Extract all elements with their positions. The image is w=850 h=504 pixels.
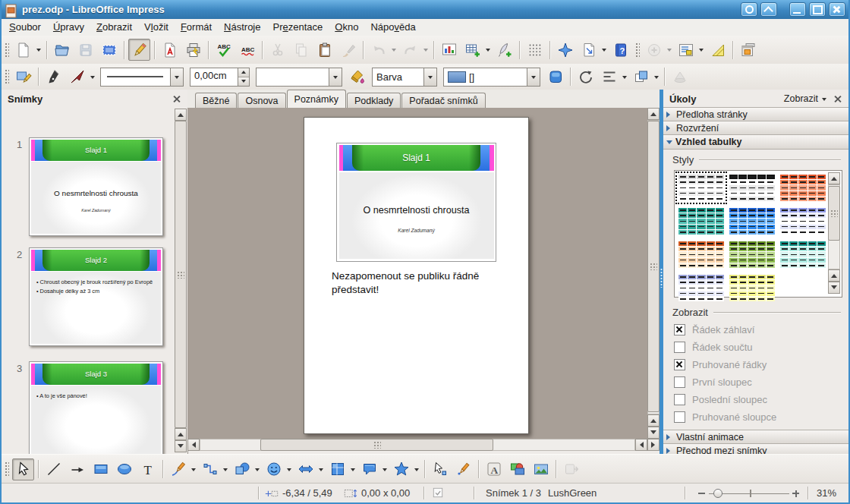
glue-points-button[interactable] bbox=[452, 458, 474, 480]
table-style-teal[interactable] bbox=[678, 208, 724, 235]
workspace-scroll-up2-button[interactable] bbox=[647, 414, 660, 427]
styles-scroll-up-button[interactable] bbox=[828, 172, 840, 184]
view-list-dropdown[interactable] bbox=[697, 39, 705, 60]
text-button[interactable]: T bbox=[137, 458, 159, 480]
toolbar-grip[interactable] bbox=[4, 42, 9, 58]
table-style-gray[interactable] bbox=[678, 175, 724, 201]
callouts-button[interactable] bbox=[358, 458, 380, 480]
fill-color-dropdown[interactable] bbox=[527, 68, 540, 86]
section-slide-transition[interactable]: Přechod mezi snímky bbox=[663, 443, 848, 454]
line-width-value[interactable]: 0,00cm bbox=[190, 68, 238, 86]
rectangle-button[interactable] bbox=[90, 458, 112, 480]
insert-table-dropdown[interactable] bbox=[483, 39, 492, 60]
tab-osnova[interactable]: Osnova bbox=[238, 93, 285, 108]
view-list-button[interactable] bbox=[675, 39, 697, 61]
zoom-percent[interactable]: 31% bbox=[817, 487, 836, 499]
alignment-dropdown[interactable] bbox=[620, 67, 628, 87]
tasks-panel-close-button[interactable] bbox=[833, 94, 842, 104]
new-document-button[interactable] bbox=[12, 39, 34, 61]
workspace-hscrollbar-thumb[interactable] bbox=[260, 439, 493, 451]
edit-file-button[interactable] bbox=[128, 39, 150, 61]
navigator-button[interactable] bbox=[554, 39, 576, 61]
line-arrow-button[interactable] bbox=[66, 458, 88, 480]
edit-picture-button[interactable] bbox=[12, 66, 34, 88]
tab-bezne[interactable]: Běžné bbox=[195, 93, 237, 108]
basic-shapes-button[interactable] bbox=[231, 458, 253, 480]
table-style-peach[interactable] bbox=[678, 241, 724, 268]
spin-down-button[interactable] bbox=[238, 77, 249, 86]
template-name[interactable]: LushGreen bbox=[548, 487, 597, 499]
menu-okno[interactable]: Okno bbox=[329, 20, 364, 35]
fill-style-select[interactable]: Barva bbox=[372, 68, 437, 87]
spin-up-button[interactable] bbox=[238, 68, 249, 77]
line-button[interactable] bbox=[42, 458, 65, 480]
shadow-button[interactable] bbox=[544, 66, 566, 88]
arrange-dropdown[interactable] bbox=[652, 67, 660, 87]
select-arrow-button[interactable] bbox=[12, 458, 34, 480]
menu-zobrazit[interactable]: Zobrazit bbox=[90, 20, 138, 35]
arrange-button[interactable] bbox=[630, 66, 652, 88]
section-layouts[interactable]: Rozvržení bbox=[663, 121, 848, 135]
checkbox-unchecked[interactable] bbox=[674, 394, 685, 405]
alignment-button[interactable] bbox=[598, 66, 620, 88]
line-color-select[interactable] bbox=[256, 68, 342, 87]
checkbox-checked[interactable] bbox=[674, 324, 685, 335]
area-style-button[interactable] bbox=[346, 66, 368, 88]
close-button[interactable] bbox=[829, 2, 845, 17]
line-color-dropdown[interactable] bbox=[329, 68, 342, 86]
arrow-style-dropdown[interactable] bbox=[88, 67, 96, 87]
help-button[interactable]: ? bbox=[609, 39, 631, 61]
checkbox-unchecked[interactable] bbox=[674, 411, 685, 423]
slides-scroll-down-button[interactable] bbox=[175, 440, 187, 452]
table-style-lavender[interactable] bbox=[780, 208, 826, 235]
section-table-design[interactable]: Vzhled tabulky bbox=[663, 134, 848, 150]
auto-spellcheck-button[interactable]: ABC bbox=[236, 39, 258, 61]
symbol-shapes-dropdown[interactable] bbox=[285, 459, 293, 480]
minimize-button[interactable] bbox=[789, 2, 806, 17]
checkbox-unchecked[interactable] bbox=[674, 342, 685, 353]
slide-thumbnail-3[interactable]: Slajd 3A to je vše pánové! bbox=[29, 361, 163, 460]
slide-thumbnail-2[interactable]: Slajd 2Chroust obecný je brouk rozšířený… bbox=[29, 247, 163, 346]
zoom-slider-handle[interactable] bbox=[713, 489, 722, 498]
notes-page[interactable]: Slajd 1O nesmrtelnosti chroustaKarel Zad… bbox=[304, 117, 529, 434]
section-master-pages[interactable]: Předloha stránky bbox=[663, 107, 848, 121]
slides-panel-close-button[interactable] bbox=[172, 94, 181, 104]
connector-dropdown[interactable] bbox=[221, 459, 229, 480]
curve-button[interactable] bbox=[167, 458, 189, 480]
symbol-shapes-button[interactable] bbox=[263, 458, 285, 480]
arrow-style-button[interactable] bbox=[66, 66, 88, 88]
basic-shapes-dropdown[interactable] bbox=[253, 459, 261, 480]
rotate-button[interactable] bbox=[575, 66, 597, 88]
table-style-green[interactable] bbox=[729, 241, 775, 268]
line-style-dropdown[interactable] bbox=[170, 68, 183, 86]
slides-scroll-up2-button[interactable] bbox=[175, 428, 187, 440]
section-custom-animation[interactable]: Vlastní animace bbox=[663, 430, 848, 444]
checkbox-unchecked[interactable] bbox=[674, 376, 685, 388]
toolbar-grip[interactable] bbox=[4, 68, 9, 85]
print-direct-button[interactable] bbox=[182, 39, 204, 61]
spellcheck-button[interactable]: ABC bbox=[212, 39, 235, 61]
menu-soubor[interactable]: Soubor bbox=[3, 20, 47, 35]
insert-chart-button[interactable] bbox=[438, 39, 460, 61]
menu-prezentace[interactable]: Prezentace bbox=[267, 20, 329, 35]
presentation-window-button[interactable] bbox=[737, 39, 759, 61]
checkbox-checked[interactable] bbox=[674, 359, 685, 370]
styles-scroll-down-button[interactable] bbox=[828, 282, 840, 294]
styles-scrollbar-thumb[interactable] bbox=[828, 186, 840, 241]
edit-points-button[interactable] bbox=[429, 458, 451, 480]
table-style-orange[interactable] bbox=[780, 175, 826, 201]
edit-points-mode-button[interactable] bbox=[42, 66, 65, 88]
tab-poznamky[interactable]: Poznámky bbox=[287, 90, 346, 108]
stars-dropdown[interactable] bbox=[412, 459, 420, 480]
flowchart-button[interactable] bbox=[326, 458, 348, 480]
workspace-scroll-left-button[interactable] bbox=[187, 439, 200, 451]
connector-button[interactable] bbox=[199, 458, 221, 480]
styles-scroll-up2-button[interactable] bbox=[828, 269, 840, 282]
slide-thumbnail-1[interactable]: Slajd 1O nesmrtelnosti chroustaKarel Zad… bbox=[29, 137, 163, 236]
table-style-periwinkle[interactable] bbox=[678, 275, 724, 301]
export-pdf-button[interactable] bbox=[159, 39, 181, 61]
notes-text[interactable]: Nezapomenout se publiku řádně představit… bbox=[332, 269, 518, 296]
gallery-button[interactable] bbox=[506, 458, 528, 480]
tab-podklady[interactable]: Podklady bbox=[347, 93, 401, 108]
fill-color-select[interactable]: [] bbox=[443, 68, 540, 87]
